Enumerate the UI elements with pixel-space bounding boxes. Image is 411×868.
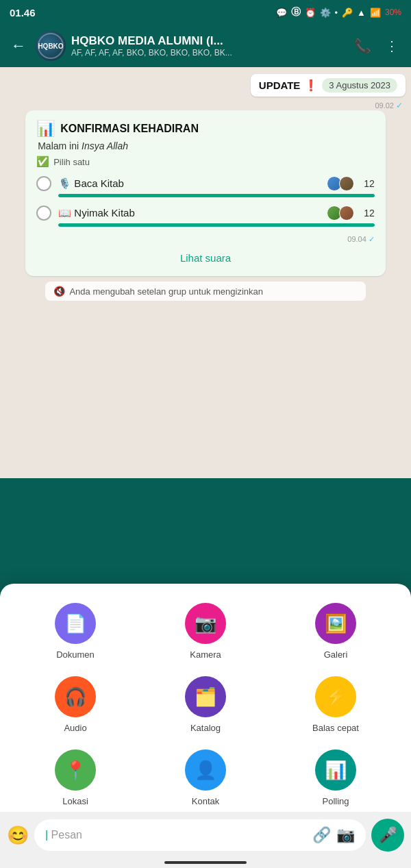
poll-single-label: ✅ Pilih satu [36,156,375,168]
popup-item-lokasi[interactable]: 📍 Lokasi [14,749,137,806]
poll-time: 09.04 [347,235,366,244]
popup-item-katalog[interactable]: 🗂️ Katalog [144,676,267,733]
alarm-icon: ⏰ [305,8,316,18]
polling-icon-circle: 📊 [315,749,356,791]
status-icons: 💬 Ⓑ ⏰ ⚙️ • 🔑 ▲ 📶 30% [276,6,401,18]
camera-input-button[interactable]: 📷 [336,826,355,844]
status-time: 01.46 [10,7,36,18]
cursor-indicator: | [45,829,48,841]
katalog-icon-circle: 🗂️ [185,676,226,717]
speaker-icon: 🔇 [53,286,65,297]
polling-label: Polling [322,796,349,806]
message-input-box[interactable]: | Pesan 🔗 📷 [34,819,366,851]
voter-avatar [339,206,354,221]
lokasi-icon: 📍 [64,760,86,781]
dokumen-icon-circle: 📄 [55,603,96,644]
poll-radio-2[interactable] [36,206,51,221]
group-info[interactable]: HQBKO MEDIA ALUMNI (I... AF, AF, AF, AF,… [71,34,343,58]
popup-grid: 📄 Dokumen 📷 Kamera 🖼️ Galeri 🎧 Audio [14,603,397,806]
poll-option-2-avatars [327,206,354,221]
poll-option-2-count: 12 [364,208,375,219]
key-icon: 🔑 [342,8,353,18]
signal-icon: 📶 [370,8,381,18]
poll-time-row: 09.04 ✓ [36,235,375,244]
system-message-text: Anda mengubah setelan grup untuk mengizi… [69,286,263,297]
kontak-icon: 👤 [195,760,216,781]
poll-checkmark: ✓ [369,235,375,244]
balas-cepat-icon-circle: ⚡ [315,676,356,717]
poll-header: 📊 KONFIRMASI KEHADIRAN [36,120,375,138]
poll-chart-icon: 📊 [36,120,55,138]
poll-option-2[interactable]: 📖 Nyimak Kitab 12 [36,206,375,227]
input-bar: 😊 | Pesan 🔗 📷 🎤 [0,812,411,868]
chat-header: ← HQBKO HQBKO MEDIA ALUMNI (I... AF, AF,… [0,25,411,67]
emoji-button[interactable]: 😊 [7,825,29,846]
poll-option-1-progress [58,194,375,197]
popup-item-polling[interactable]: 📊 Polling [274,749,397,806]
group-avatar[interactable]: HQBKO [36,31,66,61]
avatar-logo-text: HQBKO [38,42,63,50]
kamera-label: Kamera [190,649,221,660]
kamera-icon: 📷 [195,613,216,634]
more-menu-button[interactable]: ⋮ [379,32,404,60]
poll-radio-1[interactable] [36,176,51,191]
poll-option-1-count: 12 [364,178,375,189]
placeholder-text: Pesan [51,829,82,841]
mic-button[interactable]: 🎤 [371,819,404,852]
popup-item-kamera[interactable]: 📷 Kamera [144,603,267,660]
popup-item-balas-cepat[interactable]: ⚡ Balas cepat [274,676,397,733]
balas-cepat-label: Balas cepat [312,723,359,733]
wifi-icon: ▲ [357,8,366,18]
poll-bubble: 📊 KONFIRMASI KEHADIRAN Malam ini Insya A… [25,110,386,276]
dokumen-label: Dokumen [56,649,95,660]
status-bar: 01.46 💬 Ⓑ ⏰ ⚙️ • 🔑 ▲ 📶 30% [0,0,411,25]
popup-item-kontak[interactable]: 👤 Kontak [144,749,267,806]
lokasi-icon-circle: 📍 [55,749,96,791]
kamera-icon-circle: 📷 [185,603,226,644]
battery-icon: 30% [385,8,401,17]
call-button[interactable]: 📞 [349,32,377,60]
polling-icon: 📊 [325,760,347,781]
voter-avatar [339,176,354,191]
b-icon: Ⓑ [291,6,301,18]
galeri-icon: 🖼️ [325,613,347,634]
message-input-placeholder[interactable]: | Pesan [45,829,307,841]
audio-icon: 🎧 [64,686,86,708]
whatsapp-status-icon: 💬 [276,8,287,18]
attachment-popup: 📄 Dokumen 📷 Kamera 🖼️ Galeri 🎧 Audio [0,584,411,820]
battery-level: 30% [385,8,401,17]
lihat-suara-button[interactable]: Lihat suara [36,244,375,266]
back-button[interactable]: ← [7,33,30,59]
kontak-label: Kontak [192,796,219,806]
poll-option-2-progress [58,223,375,227]
group-members: AF, AF, AF, AF, BKO, BKO, BKO, BKO, BK..… [71,48,343,58]
date-badge: 3 Agustus 2023 [322,78,397,92]
poll-option-2-label: 📖 Nyimak Kitab [58,207,320,219]
update-msg-time: 09.02 ✓ [5,101,406,110]
poll-option-1[interactable]: 🎙️ Baca Kitab 12 [36,176,375,197]
chat-area: UPDATE ❗ 3 Agustus 2023 09.02 ✓ 📊 KONFIR… [0,67,411,478]
attach-button[interactable]: 🔗 [312,826,331,844]
poll-option-1-label: 🎙️ Baca Kitab [58,177,320,190]
dokumen-icon: 📄 [64,613,86,634]
check-circle-icon: ✅ [36,156,49,168]
galeri-label: Galeri [324,649,348,660]
header-actions: 📞 ⋮ [349,32,404,60]
update-message-row: UPDATE ❗ 3 Agustus 2023 [5,74,406,97]
audio-icon-circle: 🎧 [55,676,96,717]
balas-cepat-icon: ⚡ [325,686,347,708]
system-message: 🔇 Anda mengubah setelan grup untuk mengi… [45,282,365,301]
dot-icon: • [335,8,338,18]
audio-label: Audio [64,723,86,733]
popup-item-galeri[interactable]: 🖼️ Galeri [274,603,397,660]
popup-item-audio[interactable]: 🎧 Audio [14,676,137,733]
poll-subtitle: Malam ini Insya Allah [36,140,375,151]
kontak-icon-circle: 👤 [185,749,226,791]
lokasi-label: Lokasi [62,796,88,806]
popup-item-dokumen[interactable]: 📄 Dokumen [14,603,137,660]
poll-title: KONFIRMASI KEHADIRAN [60,123,199,135]
update-message-bubble: UPDATE ❗ 3 Agustus 2023 [251,74,406,97]
update-label: UPDATE [259,79,301,91]
galeri-icon-circle: 🖼️ [315,603,356,644]
group-name: HQBKO MEDIA ALUMNI (I... [71,34,343,48]
